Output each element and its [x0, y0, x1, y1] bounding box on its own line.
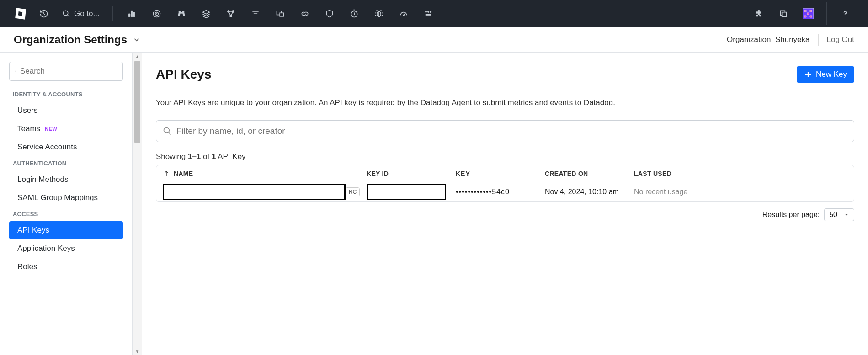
screens-icon[interactable] [270, 4, 290, 24]
new-key-button[interactable]: New Key [797, 66, 854, 83]
svg-point-12 [403, 15, 405, 16]
svg-line-23 [169, 132, 171, 135]
page-title: Organization Settings [14, 33, 127, 46]
col-created[interactable]: CREATED ON [545, 170, 634, 177]
svg-point-14 [427, 11, 429, 12]
col-keyid[interactable]: KEY ID [367, 170, 456, 177]
sidebar-item-application-keys[interactable]: Application Keys [9, 239, 123, 258]
table-row[interactable]: RC ••••••••••••54c0 Nov 4, 2024, 10:10 a… [156, 182, 854, 201]
stopwatch-icon[interactable] [344, 4, 364, 24]
sidebar-item-saml[interactable]: SAML Group Mappings [9, 189, 123, 207]
new-badge: NEW [45, 126, 57, 132]
dashboards-icon[interactable] [122, 4, 142, 24]
plus-icon [804, 70, 812, 79]
col-name[interactable]: NAME [163, 170, 367, 177]
filter-box[interactable] [156, 120, 854, 142]
sidebar-item-service-accounts[interactable]: Service Accounts [9, 138, 123, 156]
chevron-down-icon[interactable] [133, 36, 141, 44]
redacted-keyid [367, 184, 446, 200]
nav-divider [112, 6, 113, 21]
api-keys-table: NAME KEY ID KEY CREATED ON LAST USED RC … [156, 165, 854, 202]
shield-icon[interactable] [320, 4, 340, 24]
goto-label: Go to... [74, 9, 100, 18]
copy-icon[interactable] [773, 4, 793, 24]
chevron-down-icon [844, 212, 849, 217]
rc-badge: RC [346, 187, 360, 196]
table-header: NAME KEY ID KEY CREATED ON LAST USED [156, 165, 854, 182]
link-icon[interactable] [295, 4, 315, 24]
top-nav: Go to... [0, 0, 868, 27]
sidebar-item-api-keys[interactable]: API Keys [9, 221, 123, 239]
created-on: Nov 4, 2024, 10:10 am [545, 188, 634, 196]
scroll-thumb[interactable] [134, 61, 140, 143]
col-key[interactable]: KEY [456, 170, 545, 177]
search-icon [15, 67, 16, 75]
description: Your API Keys are unique to your organiz… [156, 98, 854, 107]
sidebar-item-users[interactable]: Users [9, 101, 123, 120]
svg-line-1 [67, 15, 69, 17]
sidebar-item-login-methods[interactable]: Login Methods [9, 170, 123, 189]
svg-point-0 [63, 11, 68, 16]
sidebar-search-input[interactable] [20, 67, 117, 76]
sidebar-search[interactable] [9, 62, 123, 81]
goto-search[interactable]: Go to... [59, 4, 103, 24]
content: API Keys New Key Your API Keys are uniqu… [142, 53, 868, 355]
svg-point-20 [15, 71, 16, 72]
svg-point-13 [425, 11, 426, 12]
header-divider [818, 34, 819, 46]
sidebar-item-roles[interactable]: Roles [9, 258, 123, 276]
nav-right-divider [826, 2, 827, 25]
svg-rect-9 [280, 13, 283, 16]
binoculars-icon[interactable] [171, 4, 192, 24]
logo-icon[interactable] [13, 5, 29, 22]
results-per-page-select[interactable]: 50 [824, 208, 854, 221]
avatar[interactable] [798, 4, 818, 24]
pager: Results per page: 50 [156, 208, 854, 221]
history-icon[interactable] [34, 4, 54, 24]
target-icon[interactable] [147, 4, 167, 24]
filter-input[interactable] [176, 126, 847, 136]
sidebar-scrollbar[interactable]: ▲ ▼ [133, 53, 142, 355]
content-title: API Keys [156, 67, 211, 82]
showing-count: Showing 1–1 of 1 API Key [156, 152, 854, 161]
scroll-down-icon[interactable]: ▼ [133, 348, 142, 355]
scroll-up-icon[interactable]: ▲ [133, 53, 142, 60]
redacted-name [163, 184, 346, 200]
svg-rect-16 [426, 14, 431, 16]
sub-header: Organization Settings Organization: Shun… [0, 27, 868, 53]
sidebar-group-access: ACCESS [13, 211, 123, 217]
svg-line-21 [16, 71, 16, 72]
sidebar-group-identity: IDENTITY & ACCOUNTS [13, 91, 123, 98]
pager-label: Results per page: [762, 211, 820, 219]
svg-rect-18 [782, 12, 787, 17]
sidebar: IDENTITY & ACCOUNTS Users TeamsNEW Servi… [0, 53, 133, 355]
svg-point-15 [430, 11, 431, 12]
org-label: Organization: Shunyeka [727, 35, 809, 44]
logout-link[interactable]: Log Out [827, 35, 855, 44]
svg-point-4 [156, 13, 157, 14]
sidebar-group-auth: AUTHENTICATION [13, 160, 123, 167]
layers-icon[interactable] [196, 4, 216, 24]
sort-asc-icon [163, 170, 170, 177]
integrations-icon[interactable] [749, 4, 769, 24]
network-icon[interactable] [221, 4, 241, 24]
search-icon [163, 127, 172, 136]
filter-icon[interactable] [245, 4, 266, 24]
bug-icon[interactable] [369, 4, 389, 24]
help-icon[interactable] [835, 4, 855, 24]
col-last[interactable]: LAST USED [634, 170, 847, 177]
sidebar-item-teams[interactable]: TeamsNEW [9, 120, 123, 138]
last-used: No recent usage [634, 188, 847, 196]
svg-point-22 [164, 128, 170, 133]
key-masked: ••••••••••••54c0 [456, 188, 545, 196]
gauge-icon[interactable] [394, 4, 414, 24]
more-icon[interactable] [418, 4, 438, 24]
